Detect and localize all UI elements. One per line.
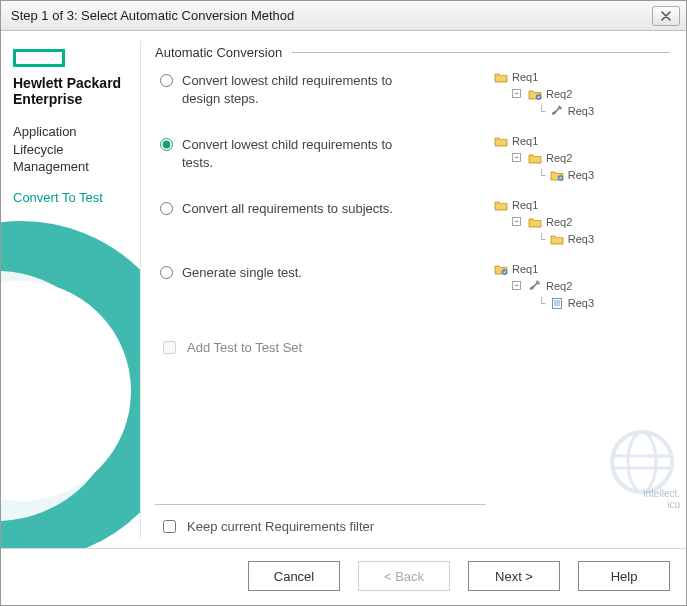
wizard-window: Step 1 of 3: Select Automatic Conversion…: [0, 0, 687, 606]
tree-line-icon: └: [538, 233, 546, 245]
add-to-test-set-row: Add Test to Test Set: [155, 336, 486, 359]
folder-icon: [528, 152, 542, 164]
option-subjects[interactable]: Convert all requirements to subjects.: [155, 194, 486, 258]
option-single-test-label: Generate single test.: [182, 264, 302, 282]
option-single-test-radio[interactable]: [160, 266, 173, 279]
brand-bar-icon: [13, 49, 65, 67]
keep-filter-row[interactable]: Keep current Requirements filter: [155, 515, 486, 538]
tree-node-label: Req3: [568, 233, 594, 245]
tree-line-icon: └: [538, 105, 546, 117]
step-icon: [550, 105, 564, 117]
section-rule: [292, 52, 670, 53]
test-folder-icon: [494, 263, 508, 275]
tree-line-icon: └: [538, 297, 546, 309]
cancel-button[interactable]: Cancel: [248, 561, 340, 591]
cancel-button-label: Cancel: [274, 569, 314, 584]
brand-line1: Hewlett Packard: [13, 75, 121, 91]
tree-node-label: Req2: [546, 152, 572, 164]
section-title: Automatic Conversion: [155, 45, 282, 60]
option-design-steps[interactable]: Convert lowest child requirements to des…: [155, 66, 486, 130]
folder-icon: [494, 71, 508, 83]
tree-node-label: Req1: [512, 71, 538, 83]
collapse-icon: −: [512, 281, 521, 290]
tree-node-label: Req2: [546, 216, 572, 228]
back-button: < Back: [358, 561, 450, 591]
footer: Cancel < Back Next > Help: [1, 548, 686, 605]
tree-preview-1: Req1 −Req2 └Req3: [490, 66, 670, 130]
product-line2: Lifecycle: [13, 142, 64, 157]
sidebar: Hewlett Packard Enterprise Application L…: [1, 31, 141, 548]
section-header: Automatic Conversion: [155, 45, 670, 60]
keep-filter-checkbox[interactable]: [163, 520, 176, 533]
tree-preview-4: Req1 −Req2 └Req3: [490, 258, 670, 322]
option-tests[interactable]: Convert lowest child requirements to tes…: [155, 130, 486, 194]
tree-node-label: Req3: [568, 169, 594, 181]
add-to-test-set-checkbox: [163, 341, 176, 354]
next-button[interactable]: Next >: [468, 561, 560, 591]
tree-node-label: Req1: [512, 263, 538, 275]
folder-icon: [494, 135, 508, 147]
collapse-icon: −: [512, 217, 521, 226]
option-single-test[interactable]: Generate single test.: [155, 258, 486, 322]
brand-line2: Enterprise: [13, 91, 82, 107]
tree-node-label: Req1: [512, 135, 538, 147]
main-rule: [155, 504, 486, 505]
option-tests-radio[interactable]: [160, 138, 173, 151]
doc-icon: [550, 297, 564, 309]
folder-icon: [494, 199, 508, 211]
sidebar-step-convert-to-test: Convert To Test: [13, 190, 131, 205]
tree-node-label: Req2: [546, 280, 572, 292]
test-folder-icon: [528, 88, 542, 100]
options-area: Convert lowest child requirements to des…: [155, 66, 670, 538]
help-button-label: Help: [611, 569, 638, 584]
keep-filter-label: Keep current Requirements filter: [187, 519, 374, 534]
sidebar-divider: [140, 41, 141, 538]
folder-icon: [550, 233, 564, 245]
brand-name: Hewlett Packard Enterprise: [13, 75, 131, 107]
tree-line-icon: └: [538, 169, 546, 181]
folder-icon: [528, 216, 542, 228]
decorative-swirl-icon: [1, 271, 121, 521]
tree-node-label: Req1: [512, 199, 538, 211]
option-tests-label: Convert lowest child requirements to tes…: [182, 136, 422, 171]
option-subjects-label: Convert all requirements to subjects.: [182, 200, 393, 218]
titlebar: Step 1 of 3: Select Automatic Conversion…: [1, 1, 686, 31]
tree-preview-column: Req1 −Req2 └Req3 Req1 −Req2 └Req3 Req1 −…: [490, 66, 670, 538]
add-to-test-set-label: Add Test to Test Set: [187, 340, 302, 355]
collapse-icon: −: [512, 153, 521, 162]
product-line3: Management: [13, 159, 89, 174]
window-title: Step 1 of 3: Select Automatic Conversion…: [11, 8, 294, 23]
product-line1: Application: [13, 124, 77, 139]
next-button-label: Next >: [495, 569, 533, 584]
tree-preview-3: Req1 −Req2 └Req3: [490, 194, 670, 258]
option-subjects-radio[interactable]: [160, 202, 173, 215]
tree-preview-2: Req1 −Req2 └Req3: [490, 130, 670, 194]
test-folder-icon: [550, 169, 564, 181]
help-button[interactable]: Help: [578, 561, 670, 591]
wizard-body: Hewlett Packard Enterprise Application L…: [1, 31, 686, 548]
main-panel: Automatic Conversion Convert lowest chil…: [141, 31, 686, 548]
tree-node-label: Req2: [546, 88, 572, 100]
option-design-steps-label: Convert lowest child requirements to des…: [182, 72, 422, 107]
options-column: Convert lowest child requirements to des…: [155, 66, 486, 538]
step-icon: [528, 280, 542, 292]
close-icon: [661, 11, 671, 21]
tree-node-label: Req3: [568, 105, 594, 117]
decorative-swirl-icon: [1, 221, 141, 548]
option-design-steps-radio[interactable]: [160, 74, 173, 87]
product-name: Application Lifecycle Management: [13, 123, 131, 176]
back-button-label: < Back: [384, 569, 424, 584]
tree-node-label: Req3: [568, 297, 594, 309]
collapse-icon: −: [512, 89, 521, 98]
close-button[interactable]: [652, 6, 680, 26]
